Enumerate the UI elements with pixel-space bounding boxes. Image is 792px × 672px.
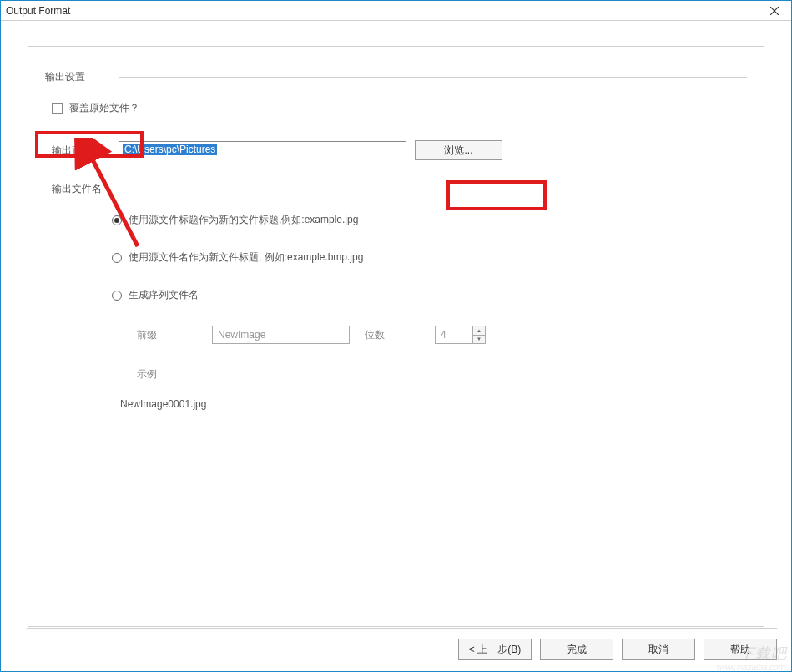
overwrite-label: 覆盖原始文件？	[69, 101, 139, 115]
dialog-window: Output Format 输出设置 覆盖原始文件？ 输出路径: C:\User…	[0, 0, 792, 672]
radio-input[interactable]	[112, 215, 122, 225]
inner-panel: 输出设置 覆盖原始文件？ 输出路径: C:\Users\pc\Pictures …	[28, 46, 764, 627]
cancel-button[interactable]: 取消	[622, 639, 695, 660]
radio-label: 使用源文件名作为新文件标题, 例如:example.bmp.jpg	[129, 250, 363, 265]
radio-option-sequence[interactable]: 生成序列文件名	[112, 288, 747, 302]
close-button[interactable]	[758, 1, 791, 21]
output-filename-header: 输出文件名	[52, 182, 747, 196]
spinner-down-button[interactable]: ▼	[473, 336, 485, 344]
overwrite-checkbox[interactable]	[52, 103, 63, 114]
output-path-value: C:\Users\pc\Pictures	[123, 144, 217, 155]
radio-option-source-title[interactable]: 使用源文件标题作为新的文件标题,例如:example.jpg	[112, 213, 747, 227]
output-path-input[interactable]: C:\Users\pc\Pictures	[119, 141, 406, 159]
filename-radio-group: 使用源文件标题作为新的文件标题,例如:example.jpg 使用源文件名作为新…	[112, 213, 747, 302]
digits-spinner: ▲ ▼	[435, 326, 486, 344]
prefix-row: 前缀 位数 ▲ ▼	[137, 326, 747, 344]
radio-label: 生成序列文件名	[129, 288, 199, 302]
output-settings-label: 输出设置	[45, 70, 85, 84]
digits-label: 位数	[365, 328, 385, 342]
divider	[135, 189, 747, 189]
footer-buttons: < 上一步(B) 完成 取消 帮助	[27, 639, 777, 660]
divider	[119, 77, 747, 78]
back-button[interactable]: < 上一步(B)	[458, 639, 532, 660]
example-label: 示例	[137, 367, 747, 381]
spinner-up-button[interactable]: ▲	[473, 326, 485, 336]
footer-divider	[27, 628, 777, 629]
overwrite-row: 覆盖原始文件？	[52, 101, 747, 115]
window-title: Output Format	[6, 5, 70, 17]
example-value: NewImage0001.jpg	[120, 398, 747, 410]
output-path-row: 输出路径: C:\Users\pc\Pictures 浏览...	[52, 140, 747, 160]
titlebar: Output Format	[1, 1, 791, 21]
output-path-label: 输出路径:	[52, 144, 119, 158]
help-button[interactable]: 帮助	[704, 639, 777, 660]
output-settings-header: 输出设置	[45, 70, 747, 84]
output-filename-label: 输出文件名	[52, 182, 102, 196]
close-icon	[770, 7, 779, 15]
spinner-buttons: ▲ ▼	[472, 326, 486, 344]
radio-input[interactable]	[112, 253, 122, 263]
sequence-options: 前缀 位数 ▲ ▼	[137, 326, 747, 344]
browse-button[interactable]: 浏览...	[415, 140, 502, 160]
radio-option-source-filename[interactable]: 使用源文件名作为新文件标题, 例如:example.bmp.jpg	[112, 250, 747, 265]
footer: < 上一步(B) 完成 取消 帮助	[27, 628, 777, 660]
prefix-input[interactable]	[212, 326, 350, 344]
radio-input[interactable]	[112, 291, 122, 301]
finish-button[interactable]: 完成	[540, 639, 613, 660]
digits-input[interactable]	[435, 326, 472, 344]
content-area: 输出设置 覆盖原始文件？ 输出路径: C:\Users\pc\Pictures …	[1, 21, 791, 671]
radio-label: 使用源文件标题作为新的文件标题,例如:example.jpg	[129, 213, 358, 227]
prefix-label: 前缀	[137, 328, 212, 342]
